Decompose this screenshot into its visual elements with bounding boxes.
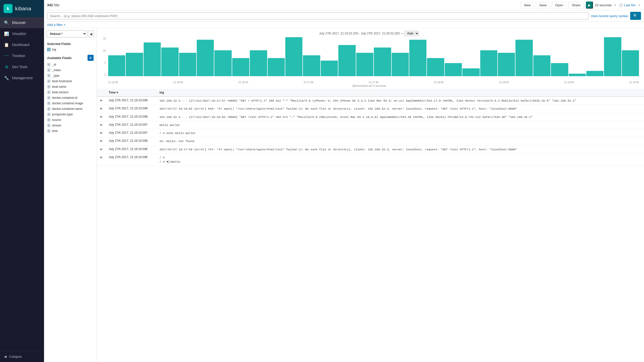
dashboard-icon: 📋 bbox=[4, 42, 9, 47]
available-field-beat-name[interactable]: tbeat.name bbox=[44, 84, 97, 89]
collapse-button[interactable]: ◀ Collapse bbox=[0, 351, 44, 362]
available-field-beat-hostname[interactable]: tbeat.hostname bbox=[44, 78, 97, 84]
chart-bar bbox=[551, 63, 568, 76]
time-cell: July 27th 2017, 21:19:19.596 bbox=[106, 153, 157, 166]
available-field-_id[interactable]: t_id bbox=[44, 62, 97, 67]
back-button[interactable]: ◀ bbox=[88, 31, 94, 37]
search-input-wrap bbox=[47, 13, 589, 19]
field-name: docker.container.image bbox=[52, 102, 83, 105]
available-fields-list: t_idt_indext_typetbeat.hostnametbeat.nam… bbox=[44, 62, 97, 134]
chart-bar bbox=[285, 37, 302, 76]
chart-bar bbox=[303, 55, 320, 76]
expand-row-button[interactable]: ▶ bbox=[99, 155, 104, 159]
sidebar-item-dashboard[interactable]: 📋 Dashboard bbox=[0, 39, 44, 50]
chart-bar bbox=[268, 58, 285, 76]
available-field-source[interactable]: tsource bbox=[44, 117, 97, 123]
next-interval-button[interactable]: › bbox=[638, 2, 641, 8]
table-area: Time ▾ log ▶ July 27th 2017, 21:19:19.59… bbox=[97, 89, 644, 362]
sidebar-item-management-label: Management bbox=[12, 76, 33, 80]
chart-bar bbox=[161, 48, 178, 76]
log-cell: 192.168.32.3 - - [27/Jul/2017:19:18:02 +… bbox=[157, 113, 644, 121]
expand-row-button[interactable]: ▶ bbox=[99, 131, 104, 134]
expand-row-button[interactable]: ▶ bbox=[99, 107, 104, 110]
field-name: beat.version bbox=[52, 90, 68, 94]
sidebar-item-discover[interactable]: 🔍 Discover bbox=[0, 17, 44, 28]
field-name: _id bbox=[52, 63, 56, 66]
expand-row-button[interactable]: ▶ bbox=[99, 123, 104, 126]
play-button[interactable]: ▶ bbox=[586, 2, 593, 9]
index-pattern-dropdown[interactable]: filebeat-* bbox=[47, 30, 87, 37]
field-name: docker.container.id bbox=[52, 96, 77, 100]
save-button[interactable]: Save bbox=[536, 2, 550, 9]
available-field-time[interactable]: ttime bbox=[44, 128, 97, 134]
time-range-label: Last 5m bbox=[624, 3, 635, 7]
chart-bar bbox=[356, 53, 373, 76]
chart-x-labels: 21:15:30 21:16:00 21:16:30 21:17:00 21:1… bbox=[108, 81, 639, 84]
time-range-picker[interactable]: 🕐 Last 5m bbox=[619, 3, 635, 7]
time-cell: July 27th 2017, 21:19:19.598 bbox=[106, 113, 157, 121]
chart-bar bbox=[586, 71, 603, 76]
table-body: ▶ July 27th 2017, 21:19:19.599 192.168.3… bbox=[97, 97, 644, 166]
chart-bar bbox=[374, 48, 391, 76]
search-button[interactable]: 🔍 bbox=[630, 12, 641, 20]
expand-row-button[interactable]: ▶ bbox=[99, 99, 104, 102]
kibana-logo-icon: k bbox=[4, 4, 13, 13]
expand-row-button[interactable]: ▶ bbox=[99, 147, 104, 151]
available-field-_type[interactable]: t_type bbox=[44, 73, 97, 78]
field-name: _index bbox=[52, 68, 61, 72]
search-input[interactable] bbox=[50, 14, 586, 18]
new-button[interactable]: New bbox=[521, 2, 534, 9]
prev-interval-button[interactable]: ‹ bbox=[614, 2, 617, 8]
sidebar-item-discover-label: Discover bbox=[12, 21, 26, 25]
sidebar-item-timelion[interactable]: 〰 Timelion bbox=[0, 50, 44, 61]
table-row: ▶ July 27th 2017, 21:19:19.598 2017/07/2… bbox=[97, 105, 644, 113]
field-type-badge: t bbox=[47, 124, 51, 127]
chart-bar bbox=[427, 58, 444, 76]
available-field-docker-container-id[interactable]: tdocker.container.id bbox=[44, 95, 97, 101]
selected-field-log[interactable]: t log bbox=[44, 47, 97, 52]
right-panel: July 27th 2017, 21:15:02.250 - July 27th… bbox=[97, 28, 644, 362]
add-filter-button[interactable]: Add a filter + bbox=[47, 23, 65, 27]
time-col-header[interactable]: Time ▾ bbox=[106, 89, 157, 97]
time-cell: July 27th 2017, 21:19:19.596 bbox=[106, 145, 157, 153]
log-cell: sh: Hello: not found bbox=[157, 137, 644, 145]
field-type-badge: t bbox=[47, 90, 51, 94]
time-cell: July 27th 2017, 21:19:19.599 bbox=[106, 97, 157, 105]
available-field-stream[interactable]: tstream bbox=[44, 123, 97, 128]
expand-row-button[interactable]: ▶ bbox=[99, 139, 104, 143]
chart-bar bbox=[144, 42, 161, 76]
auto-interval-select[interactable]: Auto bbox=[404, 31, 419, 36]
chart-bar bbox=[321, 61, 338, 76]
available-field-docker-container-name[interactable]: tdocker.container.name bbox=[44, 106, 97, 112]
log-cell: 192.168.32.3 - - [27/Jul/2017:19:17:57 +… bbox=[157, 97, 644, 105]
sidebar-item-dev-tools[interactable]: ⚙ Dev Tools bbox=[0, 61, 44, 72]
available-field-docker-container-image[interactable]: tdocker.container.image bbox=[44, 101, 97, 106]
left-panel: filebeat-* ◀ Selected Fields t log Avail… bbox=[44, 28, 97, 362]
sidebar-item-visualize[interactable]: 📊 Visualize bbox=[0, 28, 44, 39]
chart-bar bbox=[250, 50, 267, 76]
sidebar-item-management[interactable]: 🔧 Management bbox=[0, 72, 44, 83]
available-field-beat-version[interactable]: tbeat.version bbox=[44, 89, 97, 95]
topbar: 342 hits New Save Open Share ▶ 10 second… bbox=[44, 0, 644, 10]
available-field-_index[interactable]: t_index bbox=[44, 67, 97, 73]
sidebar-item-visualize-label: Visualize bbox=[12, 32, 26, 36]
lucene-link[interactable]: Uses lucene query syntax bbox=[591, 14, 628, 18]
field-name: time bbox=[52, 129, 58, 133]
time-cell: July 27th 2017, 21:19:19.596 bbox=[106, 137, 157, 145]
field-name: beat.hostname bbox=[52, 79, 72, 83]
main-content: 342 hits New Save Open Share ▶ 10 second… bbox=[44, 0, 644, 362]
open-button[interactable]: Open bbox=[552, 2, 567, 9]
expand-row-button[interactable]: ▶ bbox=[99, 115, 104, 118]
chart-bar bbox=[108, 55, 125, 76]
share-button[interactable]: Share bbox=[569, 2, 584, 9]
expand-cell: ▶ bbox=[97, 153, 106, 166]
timestamp-label: @timestamp per 5 seconds bbox=[99, 84, 639, 89]
field-type-badge: t bbox=[47, 79, 51, 83]
table-row: ▶ July 27th 2017, 21:19:19.597 / # echo … bbox=[97, 129, 644, 137]
chart-bar bbox=[338, 45, 355, 76]
time-cell: July 27th 2017, 21:19:19.598 bbox=[106, 105, 157, 113]
selected-fields-title: Selected Fields bbox=[44, 39, 97, 47]
field-type-badge: t bbox=[47, 129, 51, 133]
available-field-prospector-type[interactable]: tprospector.type bbox=[44, 112, 97, 117]
available-fields-gear-button[interactable]: ⚙ bbox=[88, 55, 94, 61]
